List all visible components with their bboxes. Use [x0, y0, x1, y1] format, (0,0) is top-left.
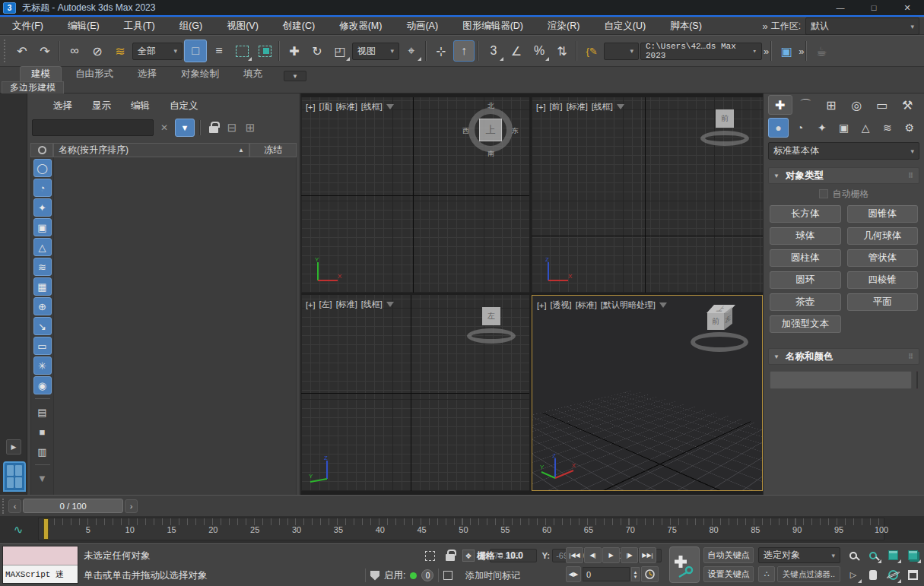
- redo-button[interactable]: ↷: [34, 40, 56, 62]
- time-slider-handle[interactable]: 0 / 100: [23, 499, 123, 513]
- display-hidden-toggle[interactable]: ◉: [33, 376, 52, 394]
- display-helpers-toggle[interactable]: △: [33, 238, 52, 256]
- selection-filter-dropdown[interactable]: 全部: [132, 43, 183, 60]
- systems-category[interactable]: ⚙: [899, 118, 919, 138]
- orbit-icon[interactable]: [884, 566, 902, 584]
- search-clear-icon[interactable]: ✕: [157, 120, 172, 135]
- close-button[interactable]: ✕: [891, 0, 924, 15]
- display-shapes-toggle[interactable]: ◔: [33, 179, 52, 197]
- menu-group[interactable]: 组(G): [167, 18, 215, 35]
- zoom-extents-all-icon[interactable]: [903, 546, 922, 564]
- object-type-button[interactable]: 几何球体: [847, 227, 919, 245]
- key-mode-dropdown[interactable]: 选定对象: [758, 547, 840, 563]
- frame-spinner[interactable]: ▲▼: [631, 567, 640, 581]
- shapes-category[interactable]: ◔: [790, 118, 811, 138]
- absolute-mode-toggle[interactable]: ❖: [462, 550, 475, 562]
- time-configuration-icon[interactable]: [641, 566, 659, 582]
- object-color-swatch[interactable]: [916, 371, 918, 389]
- ribbon-tab-object-paint[interactable]: 对象绘制: [170, 67, 230, 81]
- freeze-column-header[interactable]: 冻结: [249, 143, 297, 157]
- viewcube[interactable]: 上 北 南 东 西: [464, 103, 517, 157]
- create-key-button[interactable]: [669, 546, 700, 583]
- maximize-viewport-icon[interactable]: [903, 566, 922, 584]
- menu-graph-editors[interactable]: 图形编辑器(D): [450, 18, 535, 35]
- isolate-selection-icon[interactable]: [443, 571, 452, 580]
- display-lights-toggle[interactable]: ✦: [33, 198, 52, 217]
- viewport-menu-button[interactable]: [+]: [306, 103, 316, 112]
- cameras-category[interactable]: ▣: [834, 118, 854, 138]
- mini-curve-editor-icon[interactable]: ∿: [3, 521, 33, 539]
- viewport-perspective[interactable]: [+] [透视] [标准] [默认明暗处理] 上 前 左: [532, 295, 763, 491]
- current-frame-field[interactable]: 0: [583, 567, 630, 581]
- key-filters-icon[interactable]: ∴: [758, 566, 775, 582]
- select-and-manipulate-button[interactable]: ⊹: [430, 40, 452, 62]
- named-selection-sets-dropdown[interactable]: [604, 43, 639, 60]
- time-slider-grip[interactable]: [2, 499, 6, 514]
- menu-file[interactable]: 文件(F): [0, 18, 56, 35]
- menu-rendering[interactable]: 渲染(R): [535, 18, 592, 35]
- play-button[interactable]: ▶: [602, 547, 620, 563]
- object-type-button[interactable]: 球体: [770, 227, 841, 245]
- viewport-menu-button[interactable]: [+]: [536, 103, 546, 112]
- explorer-menu-edit[interactable]: 编辑: [131, 100, 150, 112]
- collapse-all-icon[interactable]: ⊞: [243, 120, 258, 135]
- object-type-button[interactable]: 加强型文本: [770, 315, 841, 333]
- display-bones-toggle[interactable]: ↘: [33, 317, 52, 335]
- viewport-shading-label[interactable]: [线框]: [361, 299, 383, 310]
- explorer-menu-customize[interactable]: 自定义: [170, 100, 198, 112]
- display-groups-toggle[interactable]: ▦: [33, 277, 52, 296]
- hierarchy-tab[interactable]: ⊞: [819, 95, 843, 115]
- flat-view-button[interactable]: ■: [33, 423, 52, 441]
- per-view-filter-icon[interactable]: [659, 303, 667, 312]
- select-and-scale-button[interactable]: ◰: [329, 40, 351, 62]
- selection-filter-icon[interactable]: ▼: [175, 119, 195, 137]
- viewport-menu-button[interactable]: [+]: [537, 301, 547, 310]
- angle-snap-toggle[interactable]: ∠: [506, 40, 527, 62]
- zoom-extents-icon[interactable]: [884, 546, 902, 564]
- menu-edit[interactable]: 编辑(E): [56, 18, 112, 35]
- object-name-input[interactable]: [770, 371, 912, 389]
- ribbon-tab-populate[interactable]: 填充: [233, 67, 273, 81]
- render-setup-icon[interactable]: ☕: [811, 40, 832, 62]
- ribbon-tab-modeling[interactable]: 建模: [20, 66, 62, 81]
- project-folder-dropdown[interactable]: C:\Users\42…ds Max 2023: [640, 43, 762, 60]
- per-view-filter-icon[interactable]: [617, 104, 624, 113]
- viewcube[interactable]: 左: [467, 304, 516, 347]
- selection-lock-icon[interactable]: [443, 548, 458, 563]
- expand-strip-button[interactable]: ▶: [6, 439, 21, 455]
- minimize-button[interactable]: —: [824, 0, 857, 15]
- maxscript-macro-field[interactable]: [3, 546, 78, 565]
- name-column-header[interactable]: 名称(按升序排序) ▲: [53, 143, 249, 157]
- display-space-warps-toggle[interactable]: ≋: [33, 258, 52, 276]
- utilities-tab[interactable]: ⚒: [896, 95, 920, 115]
- explorer-menu-select[interactable]: 选择: [53, 100, 72, 112]
- percent-snap-toggle[interactable]: %: [529, 40, 550, 62]
- space-warps-category[interactable]: ≋: [878, 118, 898, 138]
- viewport-style-label[interactable]: [标准]: [336, 101, 357, 112]
- toolbar-grip[interactable]: [4, 40, 8, 62]
- viewport-pov-label[interactable]: [顶]: [319, 101, 332, 112]
- zoom-all-icon[interactable]: [864, 546, 882, 564]
- auto-key-button[interactable]: 自动关键点: [703, 547, 754, 563]
- per-view-filter-icon[interactable]: [386, 104, 394, 113]
- zero-count-badge[interactable]: 0: [421, 569, 433, 581]
- key-filters-button[interactable]: 关键点过滤器..: [777, 566, 840, 582]
- display-xrefs-toggle[interactable]: ⊕: [33, 297, 52, 315]
- use-pivot-point-button[interactable]: ⌖: [401, 40, 422, 62]
- select-object-button[interactable]: □: [184, 40, 207, 62]
- edit-named-selection-sets-button[interactable]: {✎: [581, 40, 602, 62]
- keyboard-shortcut-override-toggle[interactable]: ↑: [453, 40, 475, 62]
- motion-tab[interactable]: ◎: [845, 95, 869, 115]
- viewcube[interactable]: 前: [700, 106, 749, 149]
- object-type-button[interactable]: 平面: [847, 293, 919, 311]
- select-and-rotate-button[interactable]: ↻: [306, 40, 328, 62]
- explorer-object-list[interactable]: [54, 157, 296, 527]
- viewport-left[interactable]: [+] [左] [标准] [线框] 左 Z Y: [301, 295, 529, 491]
- menu-overflow-icon[interactable]: »: [762, 21, 766, 32]
- bind-to-space-warp-icon[interactable]: ≋: [110, 40, 131, 62]
- viewport-front[interactable]: [+] [前] [标准] [线框] 前 Z X: [532, 97, 763, 293]
- viewport-style-label[interactable]: [标准]: [567, 101, 588, 112]
- menu-customize[interactable]: 自定义(U): [592, 18, 658, 35]
- helpers-category[interactable]: △: [856, 118, 876, 138]
- viewport-style-label[interactable]: [标准]: [576, 299, 597, 311]
